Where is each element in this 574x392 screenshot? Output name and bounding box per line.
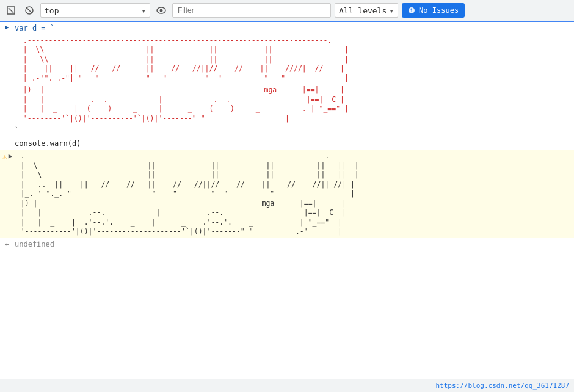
undefined-line: ← undefined <box>0 238 574 251</box>
ascii-art-dark-text2: |) | mga |==| | | | .--. | .--. |==| C |… <box>12 199 569 237</box>
svg-text:i: i <box>410 8 413 13</box>
ascii-art-dark-text1: .---------------------------------------… <box>12 151 569 199</box>
level-select[interactable]: All levels ▾ <box>335 3 398 18</box>
stop-icon[interactable] <box>4 3 18 18</box>
svg-line-1 <box>9 8 13 13</box>
toolbar: top ▾ All levels ▾ i No Issues <box>0 0 574 22</box>
less-than-icon: ← <box>5 240 9 249</box>
warn-output-content: .---------------------------------------… <box>12 151 569 237</box>
context-selector[interactable]: top ▾ <box>40 3 150 18</box>
expand-arrow[interactable]: ▶ <box>5 23 9 31</box>
badge-label: No Issues <box>419 6 459 15</box>
svg-point-5 <box>160 9 163 12</box>
warn-call-text: console.warn(d) <box>15 139 569 149</box>
filter-input[interactable] <box>172 3 331 18</box>
no-issues-badge[interactable]: i No Issues <box>402 3 465 18</box>
ascii-art-red-block2: |) | mga |==| | | | .--. | .--. |==| C |… <box>0 84 574 125</box>
var-declaration-line: ▶ var d = ` <box>0 22 574 35</box>
ascii-art-dark-block1: .---------------------------------------… <box>12 151 569 199</box>
ascii-art-dark-block2: |) | mga |==| | | | .--. | .--. |==| C |… <box>12 199 569 237</box>
var-declaration-text: var d = ` <box>15 23 569 34</box>
svg-line-3 <box>26 7 32 13</box>
ascii-art-red-block1: .---------------------------------------… <box>0 35 574 85</box>
level-dropdown-icon: ▾ <box>389 6 394 15</box>
warn-call-line: console.warn(d) <box>0 137 574 150</box>
warning-icon: ⚠ <box>2 152 7 161</box>
level-label: All levels <box>339 6 387 15</box>
undefined-text: undefined <box>15 239 569 250</box>
warn-output-container: ⚠ ▶ .-----------------------------------… <box>0 150 574 238</box>
backtick-text: ` <box>15 126 569 136</box>
url-link[interactable]: https://blog.csdn.net/qq_36171287 <box>435 382 569 390</box>
block-icon[interactable] <box>22 3 37 18</box>
status-bar: https://blog.csdn.net/qq_36171287 <box>0 379 574 392</box>
context-label: top <box>45 6 59 15</box>
console-content: ▶ var d = ` .---------------------------… <box>0 22 574 379</box>
context-dropdown-icon: ▾ <box>141 6 146 15</box>
eye-button[interactable] <box>154 3 169 18</box>
ascii-art-red-text2: |) | mga |==| | | | .--. | .--. |==| C |… <box>15 85 569 123</box>
backtick-line: ` <box>0 125 574 137</box>
ascii-art-red-text1: .---------------------------------------… <box>15 36 569 84</box>
